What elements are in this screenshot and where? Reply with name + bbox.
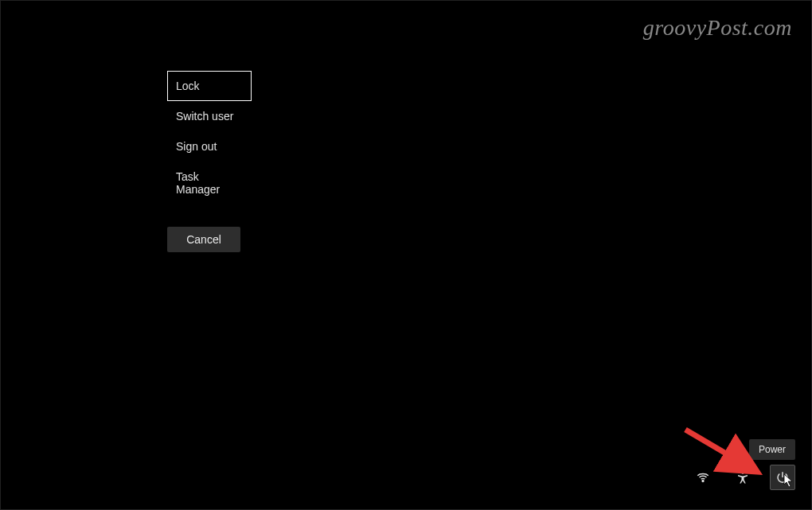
cancel-button-label: Cancel	[186, 233, 221, 246]
menu-item-label: Task Manager	[176, 170, 220, 196]
cancel-button[interactable]: Cancel	[167, 227, 240, 252]
tooltip-label: Power	[759, 444, 786, 455]
svg-point-0	[702, 481, 704, 482]
menu-item-switch-user[interactable]: Switch user	[167, 101, 252, 131]
power-icon	[775, 470, 790, 485]
svg-line-3	[685, 430, 753, 469]
svg-point-1	[741, 471, 744, 473]
wifi-button[interactable]	[690, 465, 716, 490]
wifi-icon	[696, 470, 710, 485]
menu-item-label: Lock	[176, 80, 200, 92]
accessibility-icon	[736, 470, 750, 485]
menu-spacer	[167, 204, 252, 227]
security-options-menu: Lock Switch user Sign out Task Manager C…	[167, 71, 252, 252]
power-button[interactable]	[770, 465, 795, 490]
menu-item-label: Sign out	[176, 140, 217, 153]
menu-item-label: Switch user	[176, 110, 233, 123]
accessibility-button[interactable]	[730, 465, 755, 490]
menu-item-lock[interactable]: Lock	[167, 71, 252, 101]
menu-item-task-manager[interactable]: Task Manager	[167, 162, 252, 204]
bottom-icon-tray	[690, 465, 795, 490]
watermark-text: groovyPost.com	[643, 15, 792, 41]
power-tooltip: Power	[749, 439, 795, 460]
menu-item-sign-out[interactable]: Sign out	[167, 131, 252, 162]
